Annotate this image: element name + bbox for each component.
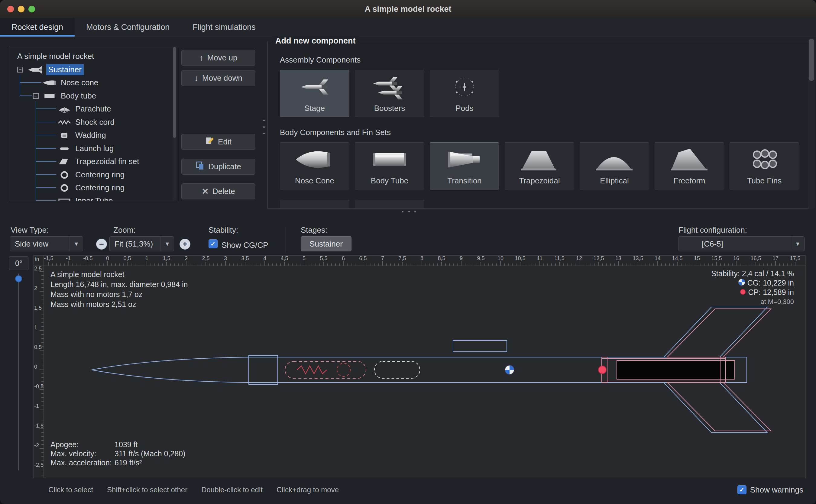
add-trapezoidal-fin-button[interactable]: Trapezoidal <box>505 142 574 189</box>
rotation-angle-field[interactable]: 0° <box>9 256 28 270</box>
panel-scrollbar-thumb[interactable] <box>809 39 814 81</box>
tree-item-centering-ring-2[interactable]: Centering ring <box>57 181 125 194</box>
tree-item-inner-tube[interactable]: Inner Tube <box>57 194 113 201</box>
fin-lower-outline <box>664 383 767 433</box>
svg-text:3,5: 3,5 <box>241 256 249 261</box>
add-body-tube-button[interactable]: Body Tube <box>355 142 424 189</box>
wadding-outline <box>374 361 420 378</box>
svg-text:4: 4 <box>263 256 266 261</box>
component-button-partial[interactable] <box>355 200 424 208</box>
fin-upper-tab-outline <box>667 309 771 357</box>
add-transition-button[interactable]: Transition <box>430 142 499 189</box>
tree-item-launch-lug[interactable]: Launch lug <box>57 142 114 155</box>
component-button-partial[interactable] <box>280 200 349 208</box>
tree-scrollbar-thumb[interactable] <box>173 47 176 138</box>
toolbar-divider <box>286 227 286 253</box>
launch-lug-icon <box>57 144 72 153</box>
inner-tube-outline <box>602 359 726 381</box>
close-window-button[interactable] <box>7 6 14 12</box>
add-nose-cone-button[interactable]: Nose Cone <box>280 142 349 189</box>
interaction-hints: Click to select Shift+click to select ot… <box>48 486 339 494</box>
tree-item-nose-cone[interactable]: Nose cone <box>42 76 98 89</box>
cp-symbol <box>598 366 606 374</box>
view-type-select[interactable]: Side view ▾ <box>10 236 83 251</box>
add-pods-button[interactable]: Pods <box>430 70 499 117</box>
add-component-title: Add new component <box>272 36 359 46</box>
svg-text:15: 15 <box>694 256 700 261</box>
add-stage-button[interactable]: Stage <box>280 70 349 117</box>
tree-item-parachute[interactable]: Parachute <box>57 102 111 115</box>
boosters-icon <box>355 70 424 104</box>
svg-text:17,5: 17,5 <box>790 256 800 261</box>
tree-connector <box>20 82 41 83</box>
cp-caption: CP: <box>748 288 761 297</box>
cg-caption: CG: <box>747 279 761 287</box>
chevron-down-icon: ▾ <box>160 237 174 251</box>
panel-scrollbar[interactable] <box>808 37 815 210</box>
tree-connector <box>36 108 56 109</box>
tree-item-trapezoidal-fin-set[interactable]: Trapezoidal fin set <box>57 155 139 168</box>
horizontal-splitter-handle[interactable] <box>402 211 416 212</box>
stage-icon <box>280 70 349 104</box>
svg-text:-2: -2 <box>34 442 39 448</box>
max-velocity-value: 311 ft/s (Mach 0,280) <box>115 449 185 458</box>
shock-cord-mount <box>337 363 350 376</box>
show-cgcp-label: Show CG/CP <box>222 241 268 250</box>
tree-item-centering-ring-1[interactable]: Centering ring <box>57 168 125 181</box>
tab-motors-configuration[interactable]: Motors & Configuration <box>75 18 181 37</box>
tree-item-sustainer[interactable]: Sustainer <box>28 63 84 76</box>
tree-scrollbar[interactable] <box>173 47 176 200</box>
edit-button[interactable]: Edit <box>181 134 255 150</box>
svg-text:9: 9 <box>460 256 463 261</box>
stability-value: 2,4 cal / 14,1 % <box>742 269 794 278</box>
rotation-slider-thumb[interactable] <box>15 275 22 282</box>
add-elliptical-fin-button[interactable]: Elliptical <box>580 142 649 189</box>
zoom-out-button[interactable]: − <box>96 239 107 250</box>
stages-label: Stages: <box>301 225 327 235</box>
duplicate-button[interactable]: Duplicate <box>181 159 255 175</box>
tree-item-root[interactable]: A simple model rocket <box>17 50 94 63</box>
move-down-button[interactable]: ↓ Move down <box>181 70 255 86</box>
zoom-in-button[interactable]: + <box>180 239 190 250</box>
tree-item-body-tube[interactable]: Body tube <box>42 89 96 102</box>
rocket-design-canvas[interactable]: -1,5-1-0,500,511,522,533,544,555,566,577… <box>33 255 806 478</box>
add-freeform-fin-button[interactable]: Freeform <box>655 142 724 189</box>
stage-toggle-sustainer[interactable]: Sustainer <box>301 236 351 251</box>
rocket-info-block: A simple model rocket Length 16,748 in, … <box>50 270 188 309</box>
assembly-components-label: Assembly Components <box>280 55 361 65</box>
fin-upper-outline <box>664 307 767 357</box>
svg-text:11: 11 <box>537 256 543 261</box>
tab-flight-simulations[interactable]: Flight simulations <box>181 18 267 37</box>
svg-text:-0,5: -0,5 <box>34 383 44 389</box>
zoom-select[interactable]: Fit (51,3%) ▾ <box>109 236 174 251</box>
maximize-window-button[interactable] <box>28 6 35 12</box>
tree-connector <box>36 148 56 149</box>
show-cgcp-checkbox[interactable]: ✓ <box>209 239 218 248</box>
add-boosters-button[interactable]: Boosters <box>355 70 424 117</box>
shock-cord-line <box>297 366 327 374</box>
motor-fill <box>617 360 735 379</box>
vertical-splitter-handle[interactable] <box>263 120 265 134</box>
add-tube-fins-button[interactable]: Tube Fins <box>730 142 799 189</box>
svg-text:0: 0 <box>106 256 109 261</box>
body-tube-icon <box>42 92 58 101</box>
tree-connector <box>36 174 56 175</box>
rotation-slider-track[interactable] <box>18 273 19 470</box>
centering-ring-aft-outline <box>720 357 726 383</box>
show-warnings-checkbox[interactable]: ✓ <box>737 485 746 494</box>
tree-item-shock-cord[interactable]: Shock cord <box>57 116 115 129</box>
move-up-button[interactable]: ↑ Move up <box>181 50 255 66</box>
svg-text:2: 2 <box>185 256 188 261</box>
body-tube-icon <box>355 143 424 176</box>
tree-item-wadding[interactable]: Wadding <box>57 129 106 142</box>
collapse-handle-icon[interactable] <box>17 67 23 73</box>
rocket-icon <box>28 65 43 74</box>
flight-configuration-select[interactable]: [C6-5] ▾ <box>678 236 805 251</box>
collapse-handle-icon[interactable] <box>33 93 39 99</box>
delete-button[interactable]: ✕ Delete <box>181 183 255 199</box>
zoom-label: Zoom: <box>113 225 136 235</box>
tab-rocket-design[interactable]: Rocket design <box>0 18 75 37</box>
minimize-window-button[interactable] <box>18 6 24 12</box>
svg-text:16,5: 16,5 <box>750 256 761 261</box>
inner-tube-icon <box>57 196 72 201</box>
